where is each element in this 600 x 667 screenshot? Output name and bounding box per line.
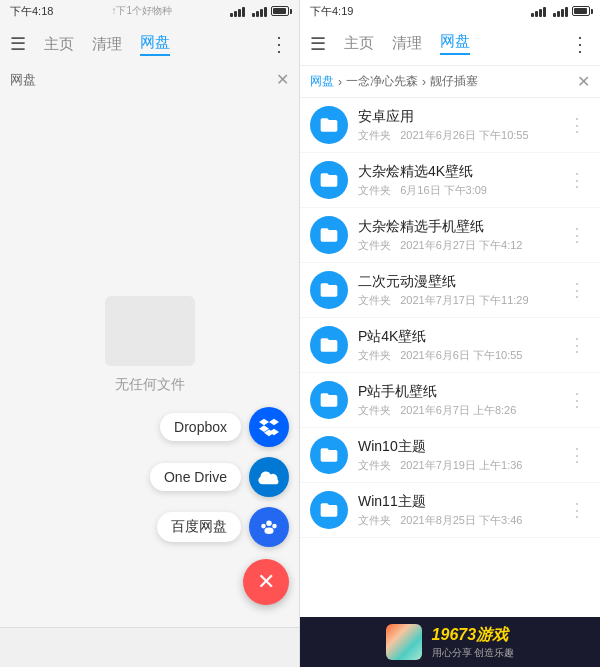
dropbox-icon[interactable] (249, 407, 289, 447)
left-panel: 下午4:18 ↑下1个好物种 ☰ 主页 清理 网盘 ⋮ 网盘 ✕ 无任何文件 (0, 0, 300, 667)
file-more-6[interactable]: ⋮ (564, 440, 590, 470)
empty-folder-icon (105, 296, 195, 366)
left-breadcrumb-text: 网盘 (10, 71, 36, 89)
right-battery-icon (572, 6, 590, 16)
bc-sep2: › (422, 75, 426, 89)
nav-home-left[interactable]: 主页 (44, 35, 74, 54)
file-more-4[interactable]: ⋮ (564, 330, 590, 360)
folder-svg-5 (319, 390, 339, 410)
left-hint: ↑下1个好物种 (111, 4, 172, 18)
onedrive-icon[interactable] (249, 457, 289, 497)
right-breadcrumb: 网盘 › 一念净心先森 › 靓仔插塞 ✕ (300, 66, 600, 98)
folder-icon-1 (310, 161, 348, 199)
onedrive-option[interactable]: One Drive (150, 457, 289, 497)
fab-close-icon: ✕ (257, 569, 275, 595)
file-name-3: 二次元动漫壁纸 (358, 273, 564, 291)
ad-title: 19673游戏 (432, 625, 515, 646)
folder-svg-3 (319, 280, 339, 300)
right-status-icons (531, 5, 590, 17)
right-wifi-icon (553, 5, 568, 17)
bc-root[interactable]: 网盘 (310, 73, 334, 90)
file-name-2: 大杂烩精选手机壁纸 (358, 218, 564, 236)
file-name-6: Win10主题 (358, 438, 564, 456)
bc-sep1: › (338, 75, 342, 89)
bc-level2[interactable]: 靓仔插塞 (430, 73, 478, 90)
file-more-7[interactable]: ⋮ (564, 495, 590, 525)
file-more-1[interactable]: ⋮ (564, 165, 590, 195)
folder-svg-7 (319, 500, 339, 520)
svg-point-0 (266, 521, 272, 527)
file-info-6: Win10主题 文件夹 2021年7月19日 上午1:36 (358, 438, 564, 473)
right-signal-icon (531, 5, 546, 17)
ad-subtitle: 用心分享 创造乐趣 (432, 646, 515, 660)
right-breadcrumb-close[interactable]: ✕ (577, 72, 590, 91)
folder-svg-1 (319, 170, 339, 190)
right-status-bar: 下午4:19 (300, 0, 600, 22)
file-meta-6: 文件夹 2021年7月19日 上午1:36 (358, 458, 564, 473)
right-hamburger-icon[interactable]: ☰ (310, 33, 326, 55)
right-time: 下午4:19 (310, 4, 353, 19)
file-meta-7: 文件夹 2021年8月25日 下午3:46 (358, 513, 564, 528)
file-item[interactable]: P站4K壁纸 文件夹 2021年6月6日 下午10:55 ⋮ (300, 318, 600, 373)
dropbox-option[interactable]: Dropbox (160, 407, 289, 447)
file-item[interactable]: 安卓应用 文件夹 2021年6月26日 下午10:55 ⋮ (300, 98, 600, 153)
bc-level1[interactable]: 一念净心先森 (346, 73, 418, 90)
folder-icon-7 (310, 491, 348, 529)
left-breadcrumb: 网盘 ✕ (0, 66, 299, 93)
file-list: 安卓应用 文件夹 2021年6月26日 下午10:55 ⋮ 大杂烩精选4K壁纸 … (300, 98, 600, 617)
ad-logo-icon (386, 624, 422, 660)
right-top-nav: ☰ 主页 清理 网盘 ⋮ (300, 22, 600, 66)
nav-cloud-left[interactable]: 网盘 (140, 33, 170, 56)
file-more-2[interactable]: ⋮ (564, 220, 590, 250)
left-status-bar: 下午4:18 ↑下1个好物种 (0, 0, 299, 22)
file-meta-0: 文件夹 2021年6月26日 下午10:55 (358, 128, 564, 143)
folder-icon-5 (310, 381, 348, 419)
left-top-nav: ☰ 主页 清理 网盘 ⋮ (0, 22, 299, 66)
folder-svg-6 (319, 445, 339, 465)
onedrive-label: One Drive (150, 463, 241, 491)
file-more-3[interactable]: ⋮ (564, 275, 590, 305)
folder-icon-2 (310, 216, 348, 254)
ad-text: 19673游戏 用心分享 创造乐趣 (432, 625, 515, 660)
file-more-5[interactable]: ⋮ (564, 385, 590, 415)
file-meta-3: 文件夹 2021年7月17日 下午11:29 (358, 293, 564, 308)
dropbox-label: Dropbox (160, 413, 241, 441)
left-breadcrumb-close[interactable]: ✕ (276, 70, 289, 89)
bottom-ad: 19673游戏 用心分享 创造乐趣 (300, 617, 600, 667)
file-name-7: Win11主题 (358, 493, 564, 511)
nav-clean-right[interactable]: 清理 (392, 34, 422, 53)
nav-home-right[interactable]: 主页 (344, 34, 374, 53)
file-more-0[interactable]: ⋮ (564, 110, 590, 140)
file-meta-1: 文件夹 6月16日 下午3:09 (358, 183, 564, 198)
file-item[interactable]: P站手机壁纸 文件夹 2021年6月7日 上午8:26 ⋮ (300, 373, 600, 428)
file-info-4: P站4K壁纸 文件夹 2021年6月6日 下午10:55 (358, 328, 564, 363)
fab-close-button[interactable]: ✕ (243, 559, 289, 605)
folder-icon-3 (310, 271, 348, 309)
nav-cloud-right[interactable]: 网盘 (440, 32, 470, 55)
nav-more-left[interactable]: ⋮ (269, 32, 289, 56)
folder-svg-4 (319, 335, 339, 355)
nav-clean-left[interactable]: 清理 (92, 35, 122, 54)
file-item[interactable]: 二次元动漫壁纸 文件夹 2021年7月17日 下午11:29 ⋮ (300, 263, 600, 318)
folder-svg-0 (319, 115, 339, 135)
file-info-5: P站手机壁纸 文件夹 2021年6月7日 上午8:26 (358, 383, 564, 418)
battery-icon (271, 6, 289, 16)
left-time: 下午4:18 (10, 4, 53, 19)
empty-text: 无任何文件 (115, 376, 185, 394)
baidu-icon[interactable] (249, 507, 289, 547)
file-item[interactable]: Win10主题 文件夹 2021年7月19日 上午1:36 ⋮ (300, 428, 600, 483)
file-name-5: P站手机壁纸 (358, 383, 564, 401)
folder-icon-6 (310, 436, 348, 474)
hamburger-icon[interactable]: ☰ (10, 33, 26, 55)
file-info-0: 安卓应用 文件夹 2021年6月26日 下午10:55 (358, 108, 564, 143)
file-name-0: 安卓应用 (358, 108, 564, 126)
file-item[interactable]: 大杂烩精选手机壁纸 文件夹 2021年6月27日 下午4:12 ⋮ (300, 208, 600, 263)
file-item[interactable]: 大杂烩精选4K壁纸 文件夹 6月16日 下午3:09 ⋮ (300, 153, 600, 208)
file-item[interactable]: Win11主题 文件夹 2021年8月25日 下午3:46 ⋮ (300, 483, 600, 538)
baidu-option[interactable]: 百度网盘 (157, 507, 289, 547)
file-info-2: 大杂烩精选手机壁纸 文件夹 2021年6月27日 下午4:12 (358, 218, 564, 253)
wifi-icon (252, 5, 267, 17)
file-info-7: Win11主题 文件夹 2021年8月25日 下午3:46 (358, 493, 564, 528)
signal-icon (230, 5, 245, 17)
nav-more-right[interactable]: ⋮ (570, 32, 590, 56)
